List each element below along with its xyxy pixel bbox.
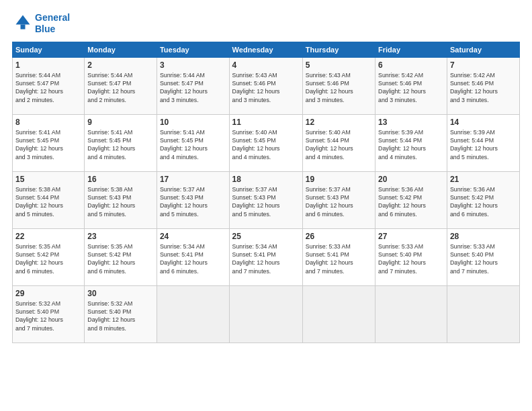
calendar-cell [302,285,375,342]
header: General Blue [12,12,520,35]
calendar-week-1: 1Sunrise: 5:44 AM Sunset: 5:47 PM Daylig… [13,57,520,114]
day-number: 24 [160,232,226,241]
calendar-week-4: 22Sunrise: 5:35 AM Sunset: 5:42 PM Dayli… [13,228,520,285]
calendar-cell: 5Sunrise: 5:43 AM Sunset: 5:46 PM Daylig… [302,57,375,114]
day-info: Sunrise: 5:35 AM Sunset: 5:42 PM Dayligh… [87,242,154,275]
logo-blue: Blue [35,24,55,34]
day-info: Sunrise: 5:33 AM Sunset: 5:41 PM Dayligh… [306,242,372,275]
calendar-cell: 1Sunrise: 5:44 AM Sunset: 5:47 PM Daylig… [13,57,85,114]
day-number: 11 [232,118,300,127]
svg-marker-0 [16,15,30,24]
calendar-cell: 28Sunrise: 5:33 AM Sunset: 5:40 PM Dayli… [447,228,519,285]
day-number: 23 [87,232,154,241]
header-monday: Monday [85,42,157,57]
day-info: Sunrise: 5:36 AM Sunset: 5:42 PM Dayligh… [378,185,444,218]
day-info: Sunrise: 5:39 AM Sunset: 5:44 PM Dayligh… [450,128,517,161]
calendar-cell: 16Sunrise: 5:38 AM Sunset: 5:43 PM Dayli… [85,171,157,228]
calendar-table: SundayMondayTuesdayWednesdayThursdayFrid… [12,42,520,343]
svg-rect-1 [21,24,26,29]
day-info: Sunrise: 5:43 AM Sunset: 5:46 PM Dayligh… [232,71,300,104]
day-number: 9 [87,118,154,127]
day-number: 30 [87,289,154,298]
day-info: Sunrise: 5:38 AM Sunset: 5:44 PM Dayligh… [15,185,81,218]
day-number: 17 [160,175,226,184]
calendar-cell: 14Sunrise: 5:39 AM Sunset: 5:44 PM Dayli… [447,114,519,171]
calendar-cell: 30Sunrise: 5:32 AM Sunset: 5:40 PM Dayli… [85,285,157,342]
calendar-cell: 13Sunrise: 5:39 AM Sunset: 5:44 PM Dayli… [375,114,447,171]
day-number: 2 [87,60,154,70]
header-wednesday: Wednesday [229,42,302,57]
day-number: 15 [15,175,81,184]
day-info: Sunrise: 5:44 AM Sunset: 5:47 PM Dayligh… [160,71,226,104]
logo-general: General [35,12,70,23]
day-number: 26 [306,232,372,241]
day-number: 10 [160,118,226,127]
calendar-cell: 22Sunrise: 5:35 AM Sunset: 5:42 PM Dayli… [13,228,85,285]
day-info: Sunrise: 5:34 AM Sunset: 5:41 PM Dayligh… [232,242,300,275]
calendar-cell: 9Sunrise: 5:41 AM Sunset: 5:45 PM Daylig… [85,114,157,171]
day-number: 4 [232,60,300,70]
day-number: 12 [306,118,372,127]
day-info: Sunrise: 5:32 AM Sunset: 5:40 PM Dayligh… [15,300,81,332]
calendar-cell: 8Sunrise: 5:41 AM Sunset: 5:45 PM Daylig… [13,114,85,171]
day-number: 13 [378,118,444,127]
day-number: 8 [15,118,81,127]
page: General Blue SundayMondayTuesdayWednesda… [0,0,532,411]
calendar-cell [229,285,302,342]
day-info: Sunrise: 5:38 AM Sunset: 5:43 PM Dayligh… [87,185,154,218]
header-friday: Friday [375,42,447,57]
day-info: Sunrise: 5:37 AM Sunset: 5:43 PM Dayligh… [160,185,226,218]
day-number: 16 [87,175,154,184]
day-number: 28 [450,232,517,241]
day-info: Sunrise: 5:40 AM Sunset: 5:45 PM Dayligh… [232,128,300,161]
day-number: 21 [450,175,517,184]
calendar-cell: 6Sunrise: 5:42 AM Sunset: 5:46 PM Daylig… [375,57,447,114]
header-tuesday: Tuesday [157,42,229,57]
day-number: 3 [160,60,226,70]
day-info: Sunrise: 5:37 AM Sunset: 5:43 PM Dayligh… [232,185,300,218]
day-info: Sunrise: 5:40 AM Sunset: 5:44 PM Dayligh… [306,128,372,161]
calendar-cell: 18Sunrise: 5:37 AM Sunset: 5:43 PM Dayli… [229,171,302,228]
day-number: 7 [450,60,517,70]
day-info: Sunrise: 5:44 AM Sunset: 5:47 PM Dayligh… [15,71,81,104]
calendar-cell: 3Sunrise: 5:44 AM Sunset: 5:47 PM Daylig… [157,57,229,114]
calendar-cell: 21Sunrise: 5:36 AM Sunset: 5:42 PM Dayli… [447,171,519,228]
calendar-cell: 12Sunrise: 5:40 AM Sunset: 5:44 PM Dayli… [302,114,375,171]
day-info: Sunrise: 5:41 AM Sunset: 5:45 PM Dayligh… [160,128,226,161]
day-number: 18 [232,175,300,184]
day-number: 14 [450,118,517,127]
calendar-cell [157,285,229,342]
calendar-cell: 20Sunrise: 5:36 AM Sunset: 5:42 PM Dayli… [375,171,447,228]
header-thursday: Thursday [302,42,375,57]
calendar-cell: 24Sunrise: 5:34 AM Sunset: 5:41 PM Dayli… [157,228,229,285]
day-number: 1 [15,60,81,70]
logo-icon [13,13,32,32]
header-sunday: Sunday [13,42,85,57]
day-info: Sunrise: 5:43 AM Sunset: 5:46 PM Dayligh… [306,71,372,104]
calendar-cell: 11Sunrise: 5:40 AM Sunset: 5:45 PM Dayli… [229,114,302,171]
calendar-cell: 19Sunrise: 5:37 AM Sunset: 5:43 PM Dayli… [302,171,375,228]
day-number: 22 [15,232,81,241]
header-saturday: Saturday [447,42,519,57]
calendar-cell: 17Sunrise: 5:37 AM Sunset: 5:43 PM Dayli… [157,171,229,228]
calendar-cell: 2Sunrise: 5:44 AM Sunset: 5:47 PM Daylig… [85,57,157,114]
calendar-cell: 4Sunrise: 5:43 AM Sunset: 5:46 PM Daylig… [229,57,302,114]
calendar-week-3: 15Sunrise: 5:38 AM Sunset: 5:44 PM Dayli… [13,171,520,228]
day-number: 27 [378,232,444,241]
day-info: Sunrise: 5:32 AM Sunset: 5:40 PM Dayligh… [87,300,154,332]
day-info: Sunrise: 5:36 AM Sunset: 5:42 PM Dayligh… [450,185,517,218]
day-info: Sunrise: 5:35 AM Sunset: 5:42 PM Dayligh… [15,242,81,275]
day-info: Sunrise: 5:37 AM Sunset: 5:43 PM Dayligh… [306,185,372,218]
calendar-cell: 23Sunrise: 5:35 AM Sunset: 5:42 PM Dayli… [85,228,157,285]
day-number: 5 [306,60,372,70]
calendar-cell: 25Sunrise: 5:34 AM Sunset: 5:41 PM Dayli… [229,228,302,285]
calendar-header-row: SundayMondayTuesdayWednesdayThursdayFrid… [13,42,520,57]
day-number: 25 [232,232,300,241]
calendar-cell [375,285,447,342]
day-info: Sunrise: 5:42 AM Sunset: 5:46 PM Dayligh… [378,71,444,104]
day-info: Sunrise: 5:44 AM Sunset: 5:47 PM Dayligh… [87,71,154,104]
logo: General Blue [12,12,70,35]
calendar-cell: 15Sunrise: 5:38 AM Sunset: 5:44 PM Dayli… [13,171,85,228]
day-info: Sunrise: 5:39 AM Sunset: 5:44 PM Dayligh… [378,128,444,161]
calendar-cell: 29Sunrise: 5:32 AM Sunset: 5:40 PM Dayli… [13,285,85,342]
